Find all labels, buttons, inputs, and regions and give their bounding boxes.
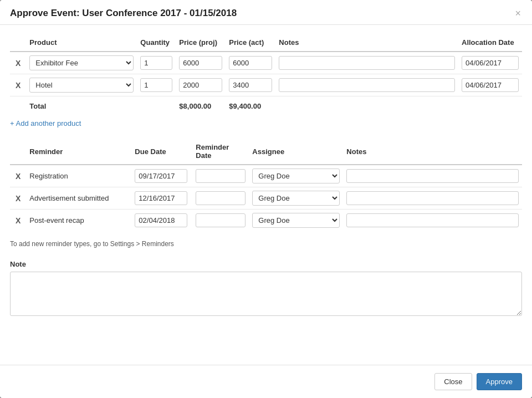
rem-col-header-reminder-date: Reminder Date [192, 140, 249, 165]
reminders-section: Reminder Due Date Reminder Date Assignee… [10, 140, 522, 251]
reminder-date-input[interactable] [196, 169, 245, 183]
col-header-price-proj: Price (proj) [176, 35, 226, 52]
due-date-input[interactable] [135, 191, 187, 205]
total-notes-cell [275, 96, 458, 115]
due-date-input[interactable] [135, 169, 187, 183]
col-header-allocation-date: Allocation Date [458, 35, 522, 52]
total-qty-cell [137, 96, 176, 115]
products-total-row: Total $8,000.00 $9,400.00 [10, 96, 522, 115]
modal-footer: Close Approve [0, 365, 532, 398]
modal: Approve Event: User Conference 2017 - 01… [0, 0, 532, 398]
product-select[interactable]: Exhibitor FeeHotelSponsorshipBoothOther [29, 55, 134, 70]
reminder-name: Post-event recap [26, 210, 131, 232]
note-textarea[interactable] [10, 272, 522, 316]
modal-header: Approve Event: User Conference 2017 - 01… [0, 0, 532, 25]
add-product-link[interactable]: + Add another product [10, 119, 81, 127]
remove-reminder-button[interactable]: X [13, 193, 23, 204]
rem-col-header-reminder: Reminder [26, 140, 131, 165]
rem-col-header-due-date: Due Date [131, 140, 192, 165]
total-label: Total [26, 96, 137, 115]
product-notes-input[interactable] [279, 56, 455, 70]
reminder-date-input[interactable] [196, 191, 245, 205]
approve-button[interactable]: Approve [477, 373, 522, 390]
price-proj-input[interactable] [179, 78, 222, 92]
reminder-notes-input[interactable] [346, 213, 519, 227]
product-row: XExhibitor FeeHotelSponsorshipBoothOther [10, 74, 522, 96]
reminder-info-text: To add new reminder types, go to Setting… [10, 237, 522, 251]
close-button[interactable]: Close [434, 373, 472, 390]
assignee-select[interactable]: Greg DoeJane SmithBob Johnson [252, 191, 340, 206]
reminder-name: Advertisement submitted [26, 187, 131, 210]
col-header-x [10, 35, 26, 52]
reminder-notes-input[interactable] [346, 169, 519, 183]
col-header-quantity: Quantity [137, 35, 176, 52]
remove-product-button[interactable]: X [13, 58, 23, 69]
price-proj-input[interactable] [179, 56, 222, 70]
rem-col-header-notes: Notes [343, 140, 522, 165]
reminder-row: XRegistrationGreg DoeJane SmithBob Johns… [10, 165, 522, 187]
assignee-select[interactable]: Greg DoeJane SmithBob Johnson [252, 213, 340, 228]
total-alloc-cell [458, 96, 522, 115]
total-act-value: $9,400.00 [226, 96, 275, 115]
modal-close-x-button[interactable]: × [514, 8, 522, 18]
reminder-row: XPost-event recapGreg DoeJane SmithBob J… [10, 210, 522, 232]
col-header-product: Product [26, 35, 137, 52]
reminder-row: XAdvertisement submittedGreg DoeJane Smi… [10, 187, 522, 210]
note-label: Note [10, 260, 522, 268]
product-row: XExhibitor FeeHotelSponsorshipBoothOther [10, 52, 522, 74]
reminder-date-input[interactable] [196, 213, 245, 227]
total-proj-value: $8,000.00 [176, 96, 226, 115]
modal-title: Approve Event: User Conference 2017 - 01… [10, 8, 237, 19]
modal-body: Product Quantity Price (proj) Price (act… [0, 25, 532, 365]
product-select[interactable]: Exhibitor FeeHotelSponsorshipBoothOther [29, 78, 134, 93]
remove-reminder-button[interactable]: X [13, 215, 23, 226]
allocation-date-input[interactable] [462, 78, 519, 92]
reminder-name: Registration [26, 165, 131, 187]
quantity-input[interactable] [140, 78, 172, 92]
reminder-notes-input[interactable] [346, 191, 519, 205]
remove-product-button[interactable]: X [13, 80, 23, 91]
total-row-x-cell [10, 96, 26, 115]
col-header-price-act: Price (act) [226, 35, 275, 52]
remove-reminder-button[interactable]: X [13, 171, 23, 182]
reminders-table: Reminder Due Date Reminder Date Assignee… [10, 140, 522, 231]
due-date-input[interactable] [135, 213, 187, 227]
products-table: Product Quantity Price (proj) Price (act… [10, 35, 522, 115]
product-notes-input[interactable] [279, 78, 455, 92]
allocation-date-input[interactable] [462, 56, 519, 70]
rem-col-header-x [10, 140, 26, 165]
note-section: Note [10, 260, 522, 318]
quantity-input[interactable] [140, 56, 172, 70]
price-act-input[interactable] [229, 78, 272, 92]
col-header-notes: Notes [275, 35, 458, 52]
rem-col-header-assignee: Assignee [249, 140, 343, 165]
price-act-input[interactable] [229, 56, 272, 70]
assignee-select[interactable]: Greg DoeJane SmithBob Johnson [252, 169, 340, 183]
